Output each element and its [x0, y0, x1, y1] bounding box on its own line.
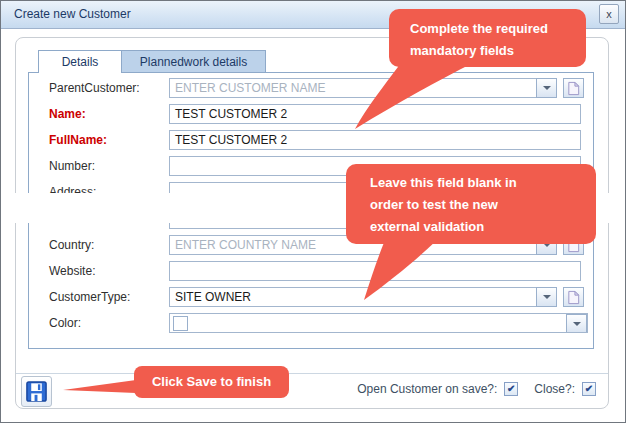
customertype-label: CustomerType:: [49, 290, 169, 304]
parentcustomer-value: ENTER CUSTOMER NAME: [175, 81, 325, 95]
dialog-title: Create new Customer: [14, 7, 131, 21]
save-button[interactable]: [21, 376, 52, 407]
website-field[interactable]: [169, 261, 581, 281]
customertype-field[interactable]: SITE OWNER: [169, 287, 537, 307]
country-value: ENTER COUNTRY NAME: [175, 238, 316, 252]
parentcustomer-field[interactable]: ENTER CUSTOMER NAME: [169, 78, 537, 98]
customertype-value: SITE OWNER: [175, 290, 251, 304]
new-document-icon[interactable]: [563, 78, 584, 98]
dropdown-arrow-icon[interactable]: [536, 78, 557, 98]
color-label: Color:: [49, 316, 169, 330]
callout-external-validation: Leave this field blank in order to test …: [346, 164, 596, 244]
form-row-fullname: FullName:TEST CUSTOMER 2: [29, 130, 593, 150]
callout-click-save: Click Save to finish: [134, 366, 289, 398]
close-question-label: Close?:: [534, 382, 575, 396]
fullname-field[interactable]: TEST CUSTOMER 2: [169, 130, 581, 150]
color-swatch[interactable]: [173, 316, 188, 331]
dropdown-arrow-icon[interactable]: [566, 314, 587, 333]
close-question-checkbox[interactable]: ✔: [582, 382, 596, 396]
fullname-label: FullName:: [49, 133, 169, 147]
website-label: Website:: [49, 264, 169, 278]
color-field[interactable]: [169, 313, 588, 333]
form-row-color: Color:: [29, 313, 593, 333]
callout-mandatory-fields: Complete the required mandatory fields: [389, 9, 586, 67]
tab-strip: Details Plannedwork details: [38, 50, 266, 73]
name-label: Name:: [49, 107, 169, 121]
save-options: Open Customer on save?: ✔ Close?: ✔: [357, 382, 596, 396]
number-label: Number:: [49, 159, 169, 173]
save-icon: [25, 380, 48, 403]
parentcustomer-label: ParentCustomer:: [49, 81, 169, 95]
tab-plannedwork-details[interactable]: Plannedwork details: [122, 50, 266, 73]
form-row-customertype: CustomerType:SITE OWNER: [29, 287, 593, 307]
name-value: TEST CUSTOMER 2: [175, 107, 287, 121]
form-row-parentcustomer: ParentCustomer:ENTER CUSTOMER NAME: [29, 78, 593, 98]
fullname-value: TEST CUSTOMER 2: [175, 133, 287, 147]
form-row-name: Name:TEST CUSTOMER 2: [29, 104, 593, 124]
new-document-icon[interactable]: [563, 287, 584, 307]
open-customer-on-save-checkbox[interactable]: ✔: [504, 382, 518, 396]
footer-bar: Open Customer on save?: ✔ Close?: ✔: [16, 373, 608, 410]
name-field[interactable]: TEST CUSTOMER 2: [169, 104, 581, 124]
dropdown-arrow-icon[interactable]: [536, 287, 557, 307]
country-label: Country:: [49, 238, 169, 252]
close-icon[interactable]: x: [599, 4, 619, 24]
create-customer-dialog: Create new Customer x Details Plannedwor…: [0, 0, 626, 423]
form-row-website: Website:: [29, 261, 593, 281]
open-customer-on-save-label: Open Customer on save?:: [357, 382, 497, 396]
tab-details[interactable]: Details: [38, 50, 122, 73]
